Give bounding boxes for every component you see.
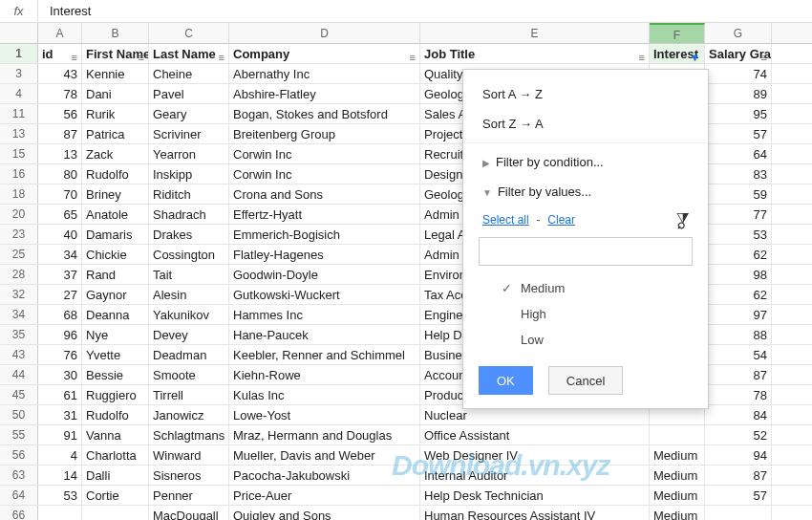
filter-icon[interactable]: ≡ <box>72 48 77 63</box>
cell[interactable]: 53 <box>705 225 772 244</box>
cell[interactable]: Lowe-Yost <box>229 405 420 424</box>
filter-icon[interactable]: ≡ <box>761 48 767 63</box>
cell[interactable]: Corwin Inc <box>229 164 420 184</box>
cell[interactable]: Schlagtmans <box>149 425 229 444</box>
cell[interactable]: 64 <box>705 144 772 163</box>
row-header[interactable]: 23 <box>0 225 38 244</box>
cell[interactable]: Briney <box>82 184 149 204</box>
cell[interactable]: Price-Auer <box>229 486 420 505</box>
cell[interactable]: Abernathy Inc <box>229 64 420 83</box>
cell[interactable]: 76 <box>38 345 82 364</box>
cell[interactable]: Vanna <box>82 425 149 444</box>
filter-value-item[interactable]: High <box>492 301 708 327</box>
cell[interactable]: 77 <box>705 205 772 224</box>
col-header-E[interactable]: E <box>420 23 650 43</box>
cell[interactable]: Deanna <box>82 305 149 324</box>
cell[interactable]: Riditch <box>149 184 229 204</box>
cell[interactable]: Flatley-Hagenes <box>229 245 420 264</box>
cell[interactable]: Human Resources Assistant IV <box>420 506 650 520</box>
row-header[interactable]: 11 <box>0 104 38 123</box>
cell[interactable]: 30 <box>38 365 82 384</box>
cell[interactable]: Inskipp <box>149 164 229 184</box>
cell[interactable]: Anatole <box>82 205 149 224</box>
cell[interactable]: 57 <box>705 124 772 143</box>
cell[interactable]: Smoote <box>149 365 229 384</box>
cell[interactable]: Yvette <box>82 345 149 364</box>
row-header[interactable]: 66 <box>0 506 38 520</box>
cell[interactable]: Cortie <box>82 486 149 505</box>
cell[interactable] <box>82 506 149 520</box>
cell[interactable]: Emmerich-Bogisich <box>229 225 420 244</box>
cell[interactable]: Bessie <box>82 365 149 384</box>
row-header[interactable]: 4 <box>0 84 38 103</box>
cell[interactable]: 70 <box>38 184 82 204</box>
cell[interactable]: Ruggiero <box>82 385 149 404</box>
row-header[interactable]: 45 <box>0 385 38 404</box>
col-header-C[interactable]: C <box>149 23 229 43</box>
cell[interactable]: 78 <box>705 385 772 404</box>
cell[interactable]: 87 <box>705 466 772 485</box>
cell[interactable]: Janowicz <box>149 405 229 424</box>
cell[interactable]: Scriviner <box>149 124 229 143</box>
cell[interactable]: Salary Grade≡ <box>705 44 772 63</box>
filter-value-item[interactable]: ✓Medium <box>492 275 708 301</box>
filter-by-values[interactable]: ▼Filter by values... <box>463 177 708 206</box>
cell[interactable]: Deadman <box>149 345 229 364</box>
row-header[interactable]: 3 <box>0 64 38 83</box>
formula-value[interactable]: Interest <box>38 4 812 18</box>
filter-icon[interactable]: ≡ <box>410 48 416 63</box>
cell[interactable]: Medium <box>650 466 705 485</box>
cell[interactable]: Winward <box>149 445 229 465</box>
cell[interactable]: Internal Auditor <box>420 466 650 485</box>
col-header-A[interactable]: A <box>38 23 82 43</box>
filter-search-input[interactable] <box>479 237 693 266</box>
cell[interactable]: Alesin <box>149 285 229 304</box>
cell[interactable]: 96 <box>38 325 82 344</box>
cell[interactable]: 54 <box>705 345 772 364</box>
cell[interactable]: 84 <box>705 405 772 424</box>
cell[interactable]: Devey <box>149 325 229 344</box>
cell[interactable]: 14 <box>38 466 82 485</box>
cell[interactable]: 87 <box>705 365 772 384</box>
cell[interactable]: Dani <box>82 84 149 103</box>
cell[interactable]: Rudolfo <box>82 164 149 184</box>
cell[interactable]: Last Name≡ <box>149 44 229 63</box>
cell[interactable]: Gutkowski-Wuckert <box>229 285 420 304</box>
row-header[interactable]: 64 <box>0 486 38 505</box>
cell[interactable]: 59 <box>705 184 772 204</box>
ok-button[interactable]: OK <box>479 366 533 395</box>
cell[interactable]: First Name≡ <box>82 44 149 63</box>
row-header[interactable]: 15 <box>0 144 38 163</box>
cell[interactable]: Cheine <box>149 64 229 83</box>
filter-icon[interactable]: ▼ <box>690 48 700 63</box>
cell[interactable]: Pavel <box>149 84 229 103</box>
row-header[interactable]: 32 <box>0 285 38 304</box>
cell[interactable]: 87 <box>38 124 82 143</box>
row-header[interactable]: 35 <box>0 325 38 344</box>
cell[interactable]: 31 <box>38 405 82 424</box>
cell[interactable]: 57 <box>705 486 772 505</box>
row-header[interactable]: 34 <box>0 305 38 324</box>
cell[interactable]: Office Assistant <box>420 425 650 444</box>
cell[interactable]: Tait <box>149 265 229 284</box>
cell[interactable]: Medium <box>650 486 705 505</box>
row-header[interactable]: 55 <box>0 425 38 444</box>
cell[interactable]: 80 <box>38 164 82 184</box>
cell[interactable]: Nye <box>82 325 149 344</box>
cell[interactable]: Patrica <box>82 124 149 143</box>
cell[interactable]: 56 <box>38 104 82 123</box>
cell[interactable]: Web Designer IV <box>420 445 650 465</box>
row-header[interactable]: 43 <box>0 345 38 364</box>
cell[interactable]: Rand <box>82 265 149 284</box>
cell[interactable]: Medium <box>650 506 705 520</box>
cell[interactable]: 27 <box>38 285 82 304</box>
select-all-corner[interactable] <box>0 23 38 43</box>
cell[interactable]: Hammes Inc <box>229 305 420 324</box>
cell[interactable]: Job Title≡ <box>420 44 650 63</box>
cell[interactable]: 78 <box>38 84 82 103</box>
sort-za[interactable]: Sort Z → A <box>463 109 708 139</box>
cell[interactable]: Zack <box>82 144 149 163</box>
cell[interactable]: 43 <box>38 64 82 83</box>
cell[interactable]: Goodwin-Doyle <box>229 265 420 284</box>
row-header[interactable]: 25 <box>0 245 38 264</box>
